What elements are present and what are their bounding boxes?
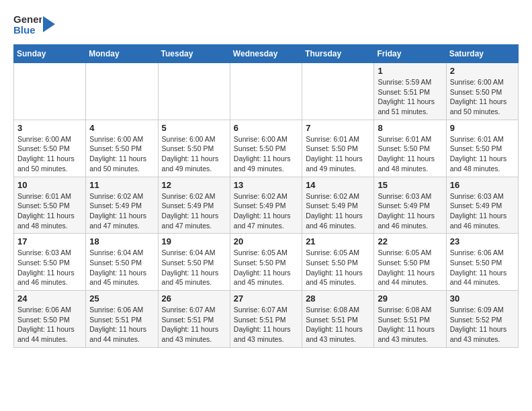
day-number: 15 — [378, 180, 442, 190]
calendar-header-row: SundayMondayTuesdayWednesdayThursdayFrid… — [14, 45, 519, 63]
day-info: Sunrise: 6:00 AMSunset: 5:50 PMDaylight:… — [89, 134, 154, 174]
day-number: 17 — [17, 236, 82, 246]
calendar-cell: 23Sunrise: 6:06 AMSunset: 5:50 PMDayligh… — [446, 234, 518, 291]
day-number: 20 — [234, 236, 298, 246]
day-info: Sunrise: 6:01 AMSunset: 5:50 PMDaylight:… — [306, 134, 370, 174]
calendar-table: SundayMondayTuesdayWednesdayThursdayFrid… — [13, 44, 519, 348]
day-info: Sunrise: 6:03 AMSunset: 5:50 PMDaylight:… — [17, 248, 82, 287]
day-number: 22 — [378, 236, 442, 246]
day-info: Sunrise: 6:01 AMSunset: 5:50 PMDaylight:… — [378, 134, 442, 174]
day-of-week-header: Thursday — [302, 45, 374, 63]
day-info: Sunrise: 6:02 AMSunset: 5:49 PMDaylight:… — [306, 191, 370, 231]
calendar-cell: 17Sunrise: 6:03 AMSunset: 5:50 PMDayligh… — [14, 234, 86, 291]
calendar-cell: 12Sunrise: 6:02 AMSunset: 5:49 PMDayligh… — [158, 177, 230, 234]
calendar-cell: 28Sunrise: 6:08 AMSunset: 5:51 PMDayligh… — [302, 291, 374, 348]
calendar-week-row: 1Sunrise: 5:59 AMSunset: 5:51 PMDaylight… — [14, 63, 519, 120]
calendar-cell: 8Sunrise: 6:01 AMSunset: 5:50 PMDaylight… — [374, 120, 446, 177]
day-of-week-header: Monday — [86, 45, 158, 63]
day-number: 18 — [89, 236, 154, 246]
logo: General Blue — [13, 11, 55, 38]
day-info: Sunrise: 6:01 AMSunset: 5:50 PMDaylight:… — [450, 134, 515, 174]
day-number: 7 — [306, 123, 370, 133]
day-info: Sunrise: 6:00 AMSunset: 5:50 PMDaylight:… — [234, 134, 298, 174]
calendar-cell: 26Sunrise: 6:07 AMSunset: 5:51 PMDayligh… — [158, 291, 230, 348]
calendar-cell — [158, 63, 230, 120]
calendar-cell: 1Sunrise: 5:59 AMSunset: 5:51 PMDaylight… — [374, 63, 446, 120]
calendar-cell — [86, 63, 158, 120]
day-info: Sunrise: 6:02 AMSunset: 5:49 PMDaylight:… — [89, 191, 154, 231]
calendar-cell: 20Sunrise: 6:05 AMSunset: 5:50 PMDayligh… — [230, 234, 302, 291]
day-info: Sunrise: 6:06 AMSunset: 5:50 PMDaylight:… — [17, 305, 82, 345]
day-info: Sunrise: 6:07 AMSunset: 5:51 PMDaylight:… — [234, 305, 298, 345]
calendar-cell: 19Sunrise: 6:04 AMSunset: 5:50 PMDayligh… — [158, 234, 230, 291]
day-info: Sunrise: 6:02 AMSunset: 5:49 PMDaylight:… — [234, 191, 298, 231]
logo-icon: General Blue — [13, 11, 42, 38]
calendar-cell: 14Sunrise: 6:02 AMSunset: 5:49 PMDayligh… — [302, 177, 374, 234]
day-of-week-header: Friday — [374, 45, 446, 63]
calendar-cell: 4Sunrise: 6:00 AMSunset: 5:50 PMDaylight… — [86, 120, 158, 177]
calendar-cell: 9Sunrise: 6:01 AMSunset: 5:50 PMDaylight… — [446, 120, 518, 177]
day-number: 10 — [17, 180, 82, 190]
day-number: 11 — [89, 180, 154, 190]
day-info: Sunrise: 6:08 AMSunset: 5:51 PMDaylight:… — [378, 305, 442, 345]
day-number: 29 — [378, 293, 442, 304]
day-number: 30 — [450, 293, 515, 304]
day-info: Sunrise: 6:05 AMSunset: 5:50 PMDaylight:… — [378, 248, 442, 287]
day-info: Sunrise: 6:04 AMSunset: 5:50 PMDaylight:… — [89, 248, 154, 287]
day-number: 2 — [450, 66, 515, 76]
calendar-week-row: 24Sunrise: 6:06 AMSunset: 5:50 PMDayligh… — [14, 291, 519, 348]
day-of-week-header: Sunday — [14, 45, 86, 63]
day-info: Sunrise: 5:59 AMSunset: 5:51 PMDaylight:… — [378, 77, 442, 117]
day-info: Sunrise: 6:06 AMSunset: 5:50 PMDaylight:… — [450, 248, 515, 287]
day-info: Sunrise: 6:00 AMSunset: 5:50 PMDaylight:… — [162, 134, 226, 174]
day-number: 23 — [450, 236, 515, 246]
header: General Blue — [13, 11, 519, 38]
day-number: 5 — [162, 123, 226, 133]
day-info: Sunrise: 6:09 AMSunset: 5:52 PMDaylight:… — [450, 305, 515, 345]
svg-text:Blue: Blue — [13, 24, 36, 36]
calendar-cell: 7Sunrise: 6:01 AMSunset: 5:50 PMDaylight… — [302, 120, 374, 177]
calendar-cell: 3Sunrise: 6:00 AMSunset: 5:50 PMDaylight… — [14, 120, 86, 177]
day-info: Sunrise: 6:08 AMSunset: 5:51 PMDaylight:… — [306, 305, 370, 345]
calendar-cell: 24Sunrise: 6:06 AMSunset: 5:50 PMDayligh… — [14, 291, 86, 348]
day-info: Sunrise: 6:03 AMSunset: 5:49 PMDaylight:… — [378, 191, 442, 231]
day-number: 13 — [234, 180, 298, 190]
svg-text:General: General — [13, 13, 42, 25]
day-number: 14 — [306, 180, 370, 190]
day-info: Sunrise: 6:06 AMSunset: 5:51 PMDaylight:… — [89, 305, 154, 345]
calendar-cell: 2Sunrise: 6:00 AMSunset: 5:50 PMDaylight… — [446, 63, 518, 120]
calendar-cell: 27Sunrise: 6:07 AMSunset: 5:51 PMDayligh… — [230, 291, 302, 348]
day-number: 25 — [89, 293, 154, 304]
calendar-cell — [230, 63, 302, 120]
calendar-cell: 18Sunrise: 6:04 AMSunset: 5:50 PMDayligh… — [86, 234, 158, 291]
logo-container: General Blue — [13, 11, 55, 38]
calendar-cell: 15Sunrise: 6:03 AMSunset: 5:49 PMDayligh… — [374, 177, 446, 234]
day-of-week-header: Tuesday — [158, 45, 230, 63]
calendar-cell — [302, 63, 374, 120]
calendar-cell: 10Sunrise: 6:01 AMSunset: 5:50 PMDayligh… — [14, 177, 86, 234]
calendar-cell: 6Sunrise: 6:00 AMSunset: 5:50 PMDaylight… — [230, 120, 302, 177]
calendar-week-row: 17Sunrise: 6:03 AMSunset: 5:50 PMDayligh… — [14, 234, 519, 291]
calendar-cell: 5Sunrise: 6:00 AMSunset: 5:50 PMDaylight… — [158, 120, 230, 177]
calendar-cell: 16Sunrise: 6:03 AMSunset: 5:49 PMDayligh… — [446, 177, 518, 234]
calendar-cell: 21Sunrise: 6:05 AMSunset: 5:50 PMDayligh… — [302, 234, 374, 291]
day-info: Sunrise: 6:05 AMSunset: 5:50 PMDaylight:… — [234, 248, 298, 287]
logo-arrow-icon — [43, 12, 55, 36]
day-of-week-header: Wednesday — [230, 45, 302, 63]
day-number: 21 — [306, 236, 370, 246]
day-number: 24 — [17, 293, 82, 304]
day-info: Sunrise: 6:01 AMSunset: 5:50 PMDaylight:… — [17, 191, 82, 231]
day-number: 12 — [162, 180, 226, 190]
calendar-cell: 25Sunrise: 6:06 AMSunset: 5:51 PMDayligh… — [86, 291, 158, 348]
day-info: Sunrise: 6:00 AMSunset: 5:50 PMDaylight:… — [450, 77, 515, 117]
day-number: 19 — [162, 236, 226, 246]
day-info: Sunrise: 6:05 AMSunset: 5:50 PMDaylight:… — [306, 248, 370, 287]
day-number: 27 — [234, 293, 298, 304]
calendar-cell — [14, 63, 86, 120]
day-info: Sunrise: 6:03 AMSunset: 5:49 PMDaylight:… — [450, 191, 515, 231]
day-number: 6 — [234, 123, 298, 133]
day-info: Sunrise: 6:00 AMSunset: 5:50 PMDaylight:… — [17, 134, 82, 174]
day-info: Sunrise: 6:07 AMSunset: 5:51 PMDaylight:… — [162, 305, 226, 345]
calendar-week-row: 3Sunrise: 6:00 AMSunset: 5:50 PMDaylight… — [14, 120, 519, 177]
day-number: 16 — [450, 180, 515, 190]
